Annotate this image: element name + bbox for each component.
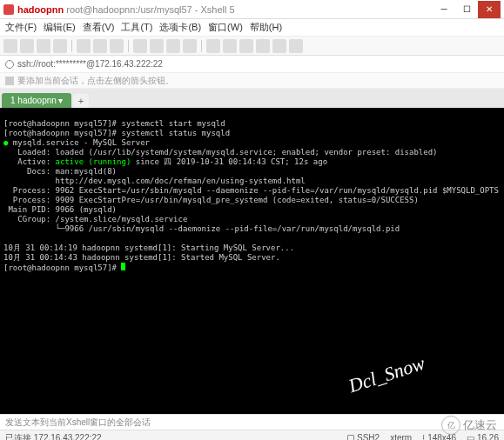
term-line: Active: bbox=[3, 157, 56, 166]
session-tab[interactable]: 1 hadoopnn ▾ bbox=[2, 93, 71, 108]
props-icon[interactable] bbox=[133, 39, 147, 53]
cursor bbox=[121, 263, 125, 270]
misc2-icon[interactable] bbox=[239, 39, 253, 53]
term-line: mysqld.service - MySQL Server bbox=[8, 138, 150, 147]
copy-icon[interactable] bbox=[77, 39, 91, 53]
add-tab-button[interactable]: + bbox=[73, 94, 89, 108]
address-bar[interactable]: ssh://root:*********@172.16.43.222:22 bbox=[0, 56, 504, 73]
misc3-icon[interactable] bbox=[256, 39, 270, 53]
term-prompt: [root@hadoopnn mysql57]# bbox=[3, 263, 121, 272]
window-controls: ─ ☐ ✕ bbox=[433, 1, 501, 18]
menu-edit[interactable]: 编辑(E) bbox=[44, 21, 76, 34]
hint-bar: 要添加当前会话，点击左侧的箭头按钮。 bbox=[0, 73, 504, 89]
brand-icon: 亿 bbox=[441, 416, 460, 435]
misc-icon[interactable] bbox=[223, 39, 237, 53]
term-line: Process: 9909 ExecStartPre=/usr/bin/mysq… bbox=[3, 196, 419, 204]
broadcast-input[interactable]: 发送文本到当前Xshell窗口的全部会话 bbox=[0, 414, 504, 430]
misc5-icon[interactable] bbox=[289, 39, 303, 53]
term-line: Loaded: loaded (/usr/lib/systemd/system/… bbox=[3, 148, 438, 157]
term-line: CGroup: /system.slice/mysqld.service bbox=[3, 215, 187, 223]
toolbar-separator bbox=[128, 40, 129, 52]
toolbar bbox=[0, 37, 504, 56]
fullscreen-icon[interactable] bbox=[183, 39, 197, 53]
hint-text: 要添加当前会话，点击左侧的箭头按钮。 bbox=[17, 75, 174, 87]
menu-tab[interactable]: 选项卡(B) bbox=[159, 21, 201, 34]
status-term: xterm bbox=[390, 433, 412, 440]
status-bar: 已连接 172.16.43.222:22。 SSH2 xterm ⁞ 148x4… bbox=[0, 430, 504, 440]
menu-file[interactable]: 文件(F) bbox=[5, 21, 37, 34]
tab-label: 1 hadoopnn bbox=[10, 96, 57, 105]
lock-icon bbox=[347, 435, 354, 441]
menu-tools[interactable]: 工具(T) bbox=[121, 21, 152, 34]
status-connection: 已连接 172.16.43.222:22。 bbox=[5, 432, 337, 441]
hint-icon bbox=[5, 77, 14, 85]
window-title: hadoopnn root@hadoopnn:/usr/mysql57 - Xs… bbox=[17, 4, 433, 15]
maximize-button[interactable]: ☐ bbox=[455, 1, 478, 18]
term-line: 10月 31 00:14:43 hadoopnn systemd[1]: Sta… bbox=[3, 253, 280, 262]
brand-text: 亿速云 bbox=[463, 417, 497, 433]
font-icon[interactable] bbox=[166, 39, 180, 53]
titlebar: hadoopnn root@hadoopnn:/usr/mysql57 - Xs… bbox=[0, 0, 504, 19]
toolbar-separator bbox=[71, 40, 72, 52]
term-line: └─9966 /usr/sbin/mysqld --daemonize --pi… bbox=[3, 224, 400, 233]
new-icon[interactable] bbox=[3, 39, 17, 53]
misc4-icon[interactable] bbox=[272, 39, 286, 53]
open-icon[interactable] bbox=[20, 39, 34, 53]
session-path: root@hadoopnn:/usr/mysql57 - Xshell 5 bbox=[66, 4, 234, 15]
term-line: Main PID: 9966 (mysqld) bbox=[3, 205, 117, 214]
broadcast-placeholder: 发送文本到当前Xshell窗口的全部会话 bbox=[5, 417, 151, 429]
term-line: http://dev.mysql.com/doc/refman/en/using… bbox=[3, 177, 306, 185]
reconnect-icon[interactable] bbox=[37, 39, 50, 53]
app-icon bbox=[3, 4, 14, 15]
paste-icon[interactable] bbox=[93, 39, 107, 53]
transfer-icon[interactable] bbox=[206, 39, 220, 53]
toolbar-separator bbox=[201, 40, 202, 52]
address-text: ssh://root:*********@172.16.43.222:22 bbox=[17, 59, 163, 69]
menu-help[interactable]: 帮助(H) bbox=[250, 21, 282, 34]
watermark: Dcl_Snow bbox=[347, 357, 425, 390]
status-ssh: SSH2 bbox=[347, 433, 380, 440]
close-button[interactable]: ✕ bbox=[478, 1, 501, 18]
color-icon[interactable] bbox=[150, 39, 164, 53]
tab-bar: 1 hadoopnn ▾ + bbox=[0, 89, 504, 108]
term-line: [root@hadoopnn mysql57]# systemctl start… bbox=[3, 119, 225, 128]
term-line: Process: 9962 ExecStart=/usr/sbin/mysqld… bbox=[3, 186, 504, 195]
terminal[interactable]: [root@hadoopnn mysql57]# systemctl start… bbox=[0, 108, 504, 414]
tab-dropdown-icon[interactable]: ▾ bbox=[58, 96, 63, 105]
disconnect-icon[interactable] bbox=[53, 39, 67, 53]
menubar: 文件(F) 编辑(E) 查看(V) 工具(T) 选项卡(B) 窗口(W) 帮助(… bbox=[0, 19, 504, 37]
active-status: active (running) bbox=[56, 157, 131, 166]
term-line: [root@hadoopnn mysql57]# systemctl statu… bbox=[3, 129, 230, 137]
brand-logo: 亿 亿速云 bbox=[441, 416, 497, 435]
term-line: 10月 31 00:14:19 hadoopnn systemd[1]: Sta… bbox=[3, 243, 294, 252]
minimize-button[interactable]: ─ bbox=[433, 1, 455, 18]
term-line: since 四 2019-10-31 00:14:43 CST; 12s ago bbox=[131, 157, 327, 166]
term-line: Docs: man:mysqld(8) bbox=[3, 167, 117, 176]
menu-view[interactable]: 查看(V) bbox=[83, 21, 115, 34]
session-name: hadoopnn bbox=[17, 4, 64, 15]
globe-icon bbox=[5, 60, 14, 69]
search-icon[interactable] bbox=[110, 39, 124, 53]
menu-window[interactable]: 窗口(W) bbox=[208, 21, 243, 34]
